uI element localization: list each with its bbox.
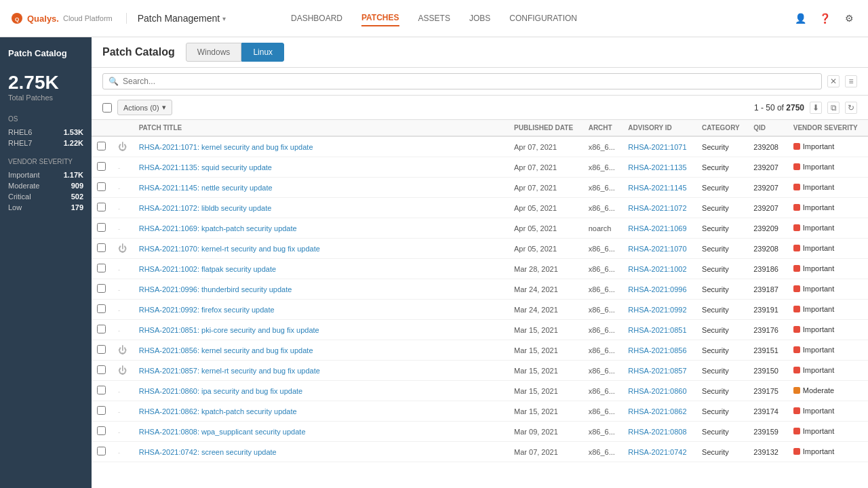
row-advisory[interactable]: RHSA-2021:1071 bbox=[623, 136, 696, 157]
row-advisory[interactable]: RHSA-2021:1145 bbox=[623, 178, 696, 198]
row-advisory[interactable]: RHSA-2021:0992 bbox=[623, 300, 696, 320]
row-advisory[interactable]: RHSA-2021:0851 bbox=[623, 320, 696, 340]
row-checkbox[interactable] bbox=[97, 447, 106, 455]
row-checkbox[interactable] bbox=[97, 365, 106, 374]
table-row[interactable]: - RHSA-2021:1145: nettle security update… bbox=[92, 178, 868, 198]
tab-windows[interactable]: Windows bbox=[186, 43, 242, 62]
row-checkbox[interactable] bbox=[97, 182, 106, 191]
row-checkbox-cell[interactable] bbox=[92, 239, 113, 259]
row-advisory[interactable]: RHSA-2021:0808 bbox=[623, 422, 696, 442]
row-patch-title[interactable]: RHSA-2021:0996: thunderbird security upd… bbox=[134, 279, 509, 300]
row-patch-title[interactable]: RHSA-2021:0808: wpa_supplicant security … bbox=[134, 422, 509, 442]
row-checkbox[interactable] bbox=[97, 304, 106, 313]
row-checkbox-cell[interactable] bbox=[92, 300, 113, 320]
row-checkbox[interactable] bbox=[97, 243, 106, 252]
row-patch-title[interactable]: RHSA-2021:0860: ipa security and bug fix… bbox=[134, 381, 509, 401]
sidebar-severity-moderate[interactable]: Moderate 909 bbox=[8, 182, 83, 190]
table-row[interactable]: - RHSA-2021:1002: flatpak security updat… bbox=[92, 259, 868, 279]
table-row[interactable]: - RHSA-2021:0742: screen security update… bbox=[92, 442, 868, 462]
row-checkbox[interactable] bbox=[97, 406, 106, 415]
table-row[interactable]: - RHSA-2021:1072: libldb security update… bbox=[92, 198, 868, 218]
clear-search-icon[interactable]: ✕ bbox=[827, 75, 840, 87]
row-checkbox-cell[interactable] bbox=[92, 381, 113, 401]
table-row[interactable]: - RHSA-2021:1069: kpatch-patch security … bbox=[92, 218, 868, 239]
row-patch-title[interactable]: RHSA-2021:0856: kernel security and bug … bbox=[134, 340, 509, 361]
sidebar-os-rhel7[interactable]: RHEL7 1.22K bbox=[8, 139, 83, 147]
row-patch-title[interactable]: RHSA-2021:1072: libldb security update bbox=[134, 198, 509, 218]
row-patch-title[interactable]: RHSA-2021:1069: kpatch-patch security up… bbox=[134, 218, 509, 239]
row-checkbox[interactable] bbox=[97, 284, 106, 293]
row-patch-title[interactable]: RHSA-2021:1071: kernel security and bug … bbox=[134, 136, 509, 157]
row-patch-title[interactable]: RHSA-2021:1070: kernel-rt security and b… bbox=[134, 239, 509, 259]
help-icon[interactable]: ❓ bbox=[816, 10, 833, 26]
row-advisory[interactable]: RHSA-2021:0860 bbox=[623, 381, 696, 401]
row-checkbox-cell[interactable] bbox=[92, 442, 113, 462]
table-row[interactable]: - RHSA-2021:0862: kpatch-patch security … bbox=[92, 401, 868, 422]
row-checkbox[interactable] bbox=[97, 386, 106, 394]
table-row[interactable]: - RHSA-2021:0860: ipa security and bug f… bbox=[92, 381, 868, 401]
table-row[interactable]: ⏻ RHSA-2021:1070: kernel-rt security and… bbox=[92, 239, 868, 259]
row-advisory[interactable]: RHSA-2021:1002 bbox=[623, 259, 696, 279]
nav-dashboard[interactable]: DASHBOARD bbox=[291, 11, 342, 26]
sidebar-severity-important[interactable]: Important 1.17K bbox=[8, 171, 83, 179]
filter-columns-icon[interactable]: ≡ bbox=[845, 75, 857, 87]
row-patch-title[interactable]: RHSA-2021:1135: squid security update bbox=[134, 157, 509, 178]
export-icon[interactable]: ⬇ bbox=[810, 102, 822, 114]
module-dropdown-icon[interactable]: ▾ bbox=[222, 15, 226, 22]
row-patch-title[interactable]: RHSA-2021:1145: nettle security update bbox=[134, 178, 509, 198]
row-checkbox-cell[interactable] bbox=[92, 401, 113, 422]
table-row[interactable]: ⏻ RHSA-2021:1071: kernel security and bu… bbox=[92, 136, 868, 157]
row-advisory[interactable]: RHSA-2021:1069 bbox=[623, 218, 696, 239]
row-checkbox-cell[interactable] bbox=[92, 198, 113, 218]
row-patch-title[interactable]: RHSA-2021:0742: screen security update bbox=[134, 442, 509, 462]
table-row[interactable]: - RHSA-2021:1135: squid security update … bbox=[92, 157, 868, 178]
row-patch-title[interactable]: RHSA-2021:0851: pki-core security and bu… bbox=[134, 320, 509, 340]
settings-icon[interactable]: ⚙ bbox=[841, 10, 857, 26]
table-row[interactable]: - RHSA-2021:0992: firefox security updat… bbox=[92, 300, 868, 320]
row-advisory[interactable]: RHSA-2021:1135 bbox=[623, 157, 696, 178]
actions-dropdown-button[interactable]: Actions (0) ▾ bbox=[117, 100, 172, 115]
nav-jobs[interactable]: JOBS bbox=[469, 11, 490, 26]
table-row[interactable]: - RHSA-2021:0808: wpa_supplicant securit… bbox=[92, 422, 868, 442]
row-advisory[interactable]: RHSA-2021:1070 bbox=[623, 239, 696, 259]
app-module-title[interactable]: Patch Management ▾ bbox=[126, 13, 226, 24]
col-header-severity[interactable]: VENDOR SEVERITY bbox=[788, 120, 868, 136]
sidebar-severity-critical[interactable]: Critical 502 bbox=[8, 192, 83, 201]
row-checkbox[interactable] bbox=[97, 142, 106, 150]
row-checkbox[interactable] bbox=[97, 162, 106, 171]
row-checkbox-cell[interactable] bbox=[92, 157, 113, 178]
row-checkbox-cell[interactable] bbox=[92, 320, 113, 340]
row-checkbox-cell[interactable] bbox=[92, 340, 113, 361]
table-row[interactable]: ⏻ RHSA-2021:0856: kernel security and bu… bbox=[92, 340, 868, 361]
row-advisory[interactable]: RHSA-2021:0856 bbox=[623, 340, 696, 361]
row-advisory[interactable]: RHSA-2021:0862 bbox=[623, 401, 696, 422]
row-patch-title[interactable]: RHSA-2021:1002: flatpak security update bbox=[134, 259, 509, 279]
refresh-icon[interactable]: ↻ bbox=[845, 102, 857, 114]
col-header-category[interactable]: CATEGORY bbox=[696, 120, 748, 136]
row-advisory[interactable]: RHSA-2021:0857 bbox=[623, 361, 696, 381]
nav-configuration[interactable]: CONFIGURATION bbox=[509, 11, 577, 26]
row-checkbox-cell[interactable] bbox=[92, 136, 113, 157]
tab-linux[interactable]: Linux bbox=[241, 43, 284, 62]
row-patch-title[interactable]: RHSA-2021:0992: firefox security update bbox=[134, 300, 509, 320]
table-row[interactable]: - RHSA-2021:0851: pki-core security and … bbox=[92, 320, 868, 340]
row-patch-title[interactable]: RHSA-2021:0857: kernel-rt security and b… bbox=[134, 361, 509, 381]
nav-patches[interactable]: PATCHES bbox=[361, 10, 399, 26]
row-advisory[interactable]: RHSA-2021:0742 bbox=[623, 442, 696, 462]
col-header-title[interactable]: PATCH TITLE bbox=[134, 120, 509, 136]
row-patch-title[interactable]: RHSA-2021:0862: kpatch-patch security up… bbox=[134, 401, 509, 422]
row-checkbox[interactable] bbox=[97, 264, 106, 272]
row-checkbox[interactable] bbox=[97, 345, 106, 354]
col-header-qid[interactable]: QID bbox=[748, 120, 788, 136]
nav-assets[interactable]: ASSETS bbox=[418, 11, 450, 26]
col-header-advisory[interactable]: ADVISORY ID bbox=[623, 120, 696, 136]
user-icon[interactable]: 👤 bbox=[792, 10, 808, 26]
row-checkbox[interactable] bbox=[97, 203, 106, 211]
row-checkbox[interactable] bbox=[97, 325, 106, 333]
row-checkbox[interactable] bbox=[97, 426, 106, 435]
sidebar-os-rhel6[interactable]: RHEL6 1.53K bbox=[8, 128, 83, 136]
row-checkbox-cell[interactable] bbox=[92, 178, 113, 198]
copy-icon[interactable]: ⧉ bbox=[827, 102, 840, 114]
table-row[interactable]: - RHSA-2021:0996: thunderbird security u… bbox=[92, 279, 868, 300]
col-header-arch[interactable]: ARCHT bbox=[583, 120, 623, 136]
